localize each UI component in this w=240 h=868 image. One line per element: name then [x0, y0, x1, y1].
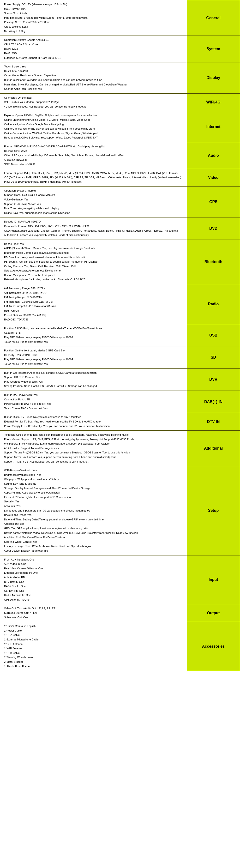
spec-line: · Voice Guidance: Yes: [3, 197, 184, 202]
spec-row-setup: · WiFi/Hotspot/Bluetooth: Yes· Brightnes…: [0, 466, 240, 555]
spec-line: · Wallpapers: 3 live wallpapers, 11 stan…: [3, 442, 184, 446]
spec-line: · Operation System: Google Android 9.0: [3, 38, 184, 42]
spec-content-input: · Front AUX input port: One· AUX Video I…: [0, 555, 187, 604]
spec-line: · Support 2D/3D Map Views: Yes: [3, 202, 184, 207]
spec-line: · Touch Music Title to play directly: Ye…: [3, 340, 184, 344]
spec-line: · Accessibility: Yes: [3, 522, 184, 526]
spec-line: · Element: 7 Button light colors, suppor…: [3, 495, 184, 499]
spec-content-dtv-in: · Built-in Digital TV Tuner: No (you can…: [0, 413, 187, 430]
spec-row-bluetooth: · Hands Free: Yes· A2DP (Bluetooth Stere…: [0, 240, 240, 284]
spec-line: · Play MP5 Videos: Yes, can play RMVB Vi…: [3, 335, 184, 340]
spec-content-usb: · Position: 2 USB Port, can be connected…: [0, 324, 187, 346]
spec-content-dvd: · Decode IC: SUNPLUS 82027Q· Compatible …: [0, 217, 187, 239]
spec-label-dvd: DVD: [187, 217, 240, 239]
spec-label-accessories: Accessories: [187, 622, 240, 671]
spec-line: · Position: On the front panel, Media & …: [3, 348, 184, 353]
spec-line: · FM Tuning Range: 87.5-108MHz: [3, 295, 184, 300]
spec-line: · Capacity: 32GB SD/TF Card: [3, 353, 184, 358]
spec-line: · Package Size: 320mm*260mm*150mm: [3, 20, 184, 25]
spec-row-system: · Operation System: Google Android 9.0· …: [0, 36, 240, 62]
spec-row-usb: · Position: 2 USB Port, can be connected…: [0, 324, 240, 346]
spec-line: · 1*USB Cable: [3, 651, 184, 655]
spec-row-gps: · Operation System: Android· Support Map…: [0, 187, 240, 218]
spec-line: · 1*Power Cable: [3, 629, 184, 633]
spec-line: · Online Navigation: Online Google Maps …: [3, 122, 184, 127]
spec-line: · 1*WiFi Antenna: [3, 646, 184, 651]
spec-line: · Connection Port: USB: [3, 398, 184, 402]
spec-line: · Audio IC: TDA7388: [3, 158, 184, 162]
spec-line: · Touch Control DAB+ Box on unit: Yes: [3, 406, 184, 411]
spec-line: · DTV Box In: One: [3, 580, 184, 584]
spec-line: · 1*External Microphone Cable: [3, 638, 184, 642]
spec-label-bluetooth: Bluetooth: [187, 240, 240, 284]
spec-row-accessories: · 1*User's Manual in English· 1*Power Ca…: [0, 622, 240, 671]
spec-line: · AM increment: 9kHz(EU)/10KHz(US): [3, 291, 184, 295]
spec-label-display: Display: [187, 62, 240, 93]
spec-line: · External Port for TV Box: Yes, You nee…: [3, 420, 184, 424]
spec-line: · Driving safely: Watching Video, Revers…: [3, 531, 184, 535]
spec-line: · Format: MP3/WMA/MP2/OGG/AAC/MA4/FLAC/A…: [3, 145, 184, 149]
spec-line: · 1*GPS Antenna: [3, 642, 184, 646]
spec-line: · Textbook: Could change font, font colo…: [3, 433, 184, 437]
spec-label-input: Input: [187, 555, 240, 604]
spec-line: · Record: MP3, WMA: [3, 149, 184, 153]
spec-label-additional: Additional: [187, 431, 240, 466]
spec-line: · Photo Viewer: Support JPS, BMP, PKG, G…: [3, 437, 184, 442]
spec-line: · Online Communication: WeChat, Twitter,…: [3, 131, 184, 135]
spec-line: · Date and Time: Setting Date&Time by yo…: [3, 518, 184, 522]
spec-line: · Support Mirror Box function: Yes, supp…: [3, 455, 184, 460]
spec-label-system: System: [187, 36, 240, 62]
spec-row-general: · Power Supply: DC 12V (allowance range:…: [0, 0, 240, 36]
spec-line: · Bluetooth Music Control: Yes, play/pau…: [3, 251, 184, 255]
spec-line: · APK Installer: Support Android Package…: [3, 446, 184, 451]
spec-label-internet: Internet: [187, 111, 240, 142]
spec-line: · FM Area: Europe/USA1/USA2/Japan/Russia: [3, 304, 184, 308]
spec-line: · Video Out: Two - Audio Out: LR, LF, RR…: [3, 606, 184, 611]
spec-line: · WiFi/Hotspot/Bluetooth: Yes: [3, 468, 184, 473]
spec-line: · Operation System: Android: [3, 189, 184, 193]
spec-row-dvd: · Decode IC: SUNPLUS 82027Q· Compatible …: [0, 217, 240, 240]
spec-line: · 1*Steering Wheel control: [3, 655, 184, 660]
spec-label-radio: Radio: [187, 284, 240, 324]
spec-label-dtv-in: DTV-IN: [187, 413, 240, 430]
spec-line: · Front AUX input port: One: [3, 558, 184, 562]
spec-line: · Factory Settings: Code 123456, choose …: [3, 544, 184, 549]
spec-line: · OSD/Audio/Subtitle Language: English, …: [3, 229, 184, 233]
spec-content-output: · Video Out: Two - Audio Out: LR, LF, RR…: [0, 604, 187, 622]
spec-line: · Built-in Clock and Calendar: Yes, show…: [3, 78, 184, 82]
spec-row-radio: · AM Frequency Range: 522-1620kHz· AM in…: [0, 284, 240, 324]
specs-table: · Power Supply: DC 12V (allowance range:…: [0, 0, 240, 671]
spec-line: · Amplifier: Rock/Pop/Jazz/Classic/Flat/…: [3, 535, 184, 539]
spec-line: · RAM: 2GB: [3, 51, 184, 56]
spec-line: · Support Maps: IGO, Sygic, Google Map e…: [3, 193, 184, 197]
spec-row-dtv-in: · Built-in Digital TV Tuner: No (you can…: [0, 413, 240, 431]
spec-label-setup: Setup: [187, 466, 240, 555]
spec-line: · Gross Weight: 3.2kg: [3, 25, 184, 29]
spec-line: · Resolution: 1024*600: [3, 69, 184, 73]
spec-line: · AUX Audio In: RD: [3, 576, 184, 580]
spec-line: · PB-Search: Yes, can use the first lett…: [3, 260, 184, 264]
spec-line: · Extended SD Card: Support TF Card up t…: [3, 56, 184, 60]
spec-label-gps: GPS: [187, 187, 240, 217]
spec-line: · Hands Free: Yes: [3, 242, 184, 246]
spec-line: · Capacity: 1TB: [3, 331, 184, 335]
spec-label-sd: SD: [187, 346, 240, 368]
spec-label-output: Output: [187, 604, 240, 622]
spec-line: · 1*User's Manual in English: [3, 624, 184, 628]
spec-line: · Touch Screen: Yes: [3, 65, 184, 69]
spec-row-display: · Touch Screen: Yes· Resolution: 1024*60…: [0, 62, 240, 94]
spec-line: · CPU: T3 1.6GHZ Quad Core: [3, 42, 184, 47]
spec-line: · WiFi: Built-in WiFi Modem, support 802…: [3, 100, 184, 104]
spec-row-dab-in: · Built-in DAB Player App: Yes· Connecti…: [0, 391, 240, 413]
spec-line: · Dual Zone: Yes, navigating while music…: [3, 207, 184, 211]
spec-line: · Position: 2 USB Port, can be connected…: [3, 327, 184, 331]
spec-label-dvr: DVR: [187, 369, 240, 391]
spec-line: · Capacitive or Resistance Screen: Capac…: [3, 73, 184, 78]
spec-line: · Built-in DAB Player App: Yes: [3, 393, 184, 397]
spec-content-additional: · Textbook: Could change font, font colo…: [0, 431, 187, 466]
spec-content-dab-in: · Built-in DAB Player App: Yes· Connecti…: [0, 391, 187, 413]
spec-line: · Play: Up to 1920*1080 Pixels, 3BMb. Fl…: [3, 180, 184, 184]
spec-line: · Auto-Save Function: Yes, expedently wa…: [3, 233, 184, 238]
spec-line: · Play MP5 Videos: Yes, can play RMVB Vi…: [3, 358, 184, 362]
spec-line: · RADIO IC: TDA7786: [3, 317, 184, 322]
